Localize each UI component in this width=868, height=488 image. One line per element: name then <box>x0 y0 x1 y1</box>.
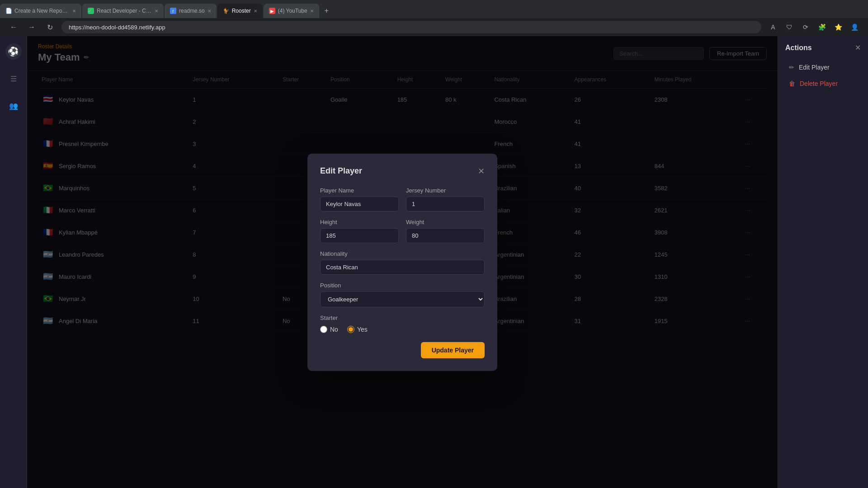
update-player-button[interactable]: Update Player <box>421 342 485 358</box>
tab-rooster[interactable]: 🐓 Rooster ✕ <box>217 4 263 18</box>
actions-header: Actions ✕ <box>785 43 861 52</box>
edit-action-icon: ✏ <box>789 64 794 71</box>
weight-input[interactable] <box>406 228 485 243</box>
player-name-label: Player Name <box>320 187 399 194</box>
position-label: Position <box>320 282 485 289</box>
modal-title: Edit Player <box>320 166 362 176</box>
actions-panel: Actions ✕ ✏ Edit Player 🗑 Delete Player <box>778 36 868 488</box>
browser-chrome: 📄 Create a New Repository ✕ ✓ React Deve… <box>0 0 868 36</box>
tab-close[interactable]: ✕ <box>254 9 257 14</box>
tab-favicon: 📄 <box>5 8 12 14</box>
weight-group: Weight <box>406 219 485 243</box>
extensions-button[interactable]: 🧩 <box>816 21 828 33</box>
player-name-input[interactable] <box>320 197 399 211</box>
jersey-number-input[interactable] <box>406 197 485 211</box>
height-label: Height <box>320 219 399 225</box>
tab-close[interactable]: ✕ <box>310 9 314 14</box>
edit-player-modal: Edit Player ✕ Player Name Jersey Number <box>307 154 497 371</box>
starter-no-option[interactable]: No <box>320 326 338 333</box>
tab-bar: 📄 Create a New Repository ✕ ✓ React Deve… <box>0 0 868 18</box>
weight-label: Weight <box>406 219 485 225</box>
delete-player-label: Delete Player <box>800 80 838 87</box>
tab-title: (4) YouTube <box>278 8 307 14</box>
player-name-group: Player Name <box>320 187 399 211</box>
back-button[interactable]: ← <box>7 21 20 33</box>
team-icon[interactable]: 👥 <box>5 98 22 114</box>
tab-create-repo[interactable]: 📄 Create a New Repository ✕ <box>0 4 81 18</box>
starter-yes-option[interactable]: Yes <box>347 326 368 333</box>
reload-button[interactable]: ↻ <box>43 21 56 33</box>
browser-actions: A 🛡 ⟳ 🧩 ⭐ 👤 <box>767 21 861 33</box>
starter-yes-radio[interactable] <box>347 326 354 333</box>
starter-no-label: No <box>330 326 338 333</box>
modal-header: Edit Player ✕ <box>320 166 485 176</box>
actions-close-button[interactable]: ✕ <box>855 43 861 52</box>
tab-youtube[interactable]: ▶ (4) YouTube ✕ <box>264 4 319 18</box>
tab-readme[interactable]: r readme.so ✕ <box>165 4 217 18</box>
tab-title: Create a New Repository <box>14 8 70 14</box>
app-logo: ⚽ <box>5 43 22 60</box>
form-row-name-jersey: Player Name Jersey Number <box>320 187 485 211</box>
nationality-label: Nationality <box>320 250 485 257</box>
profile-button[interactable]: 👤 <box>848 21 861 33</box>
menu-icon[interactable]: ☰ <box>5 70 22 87</box>
modal-overlay: Edit Player ✕ Player Name Jersey Number <box>27 36 778 488</box>
edit-player-action[interactable]: ✏ Edit Player <box>785 59 861 75</box>
main-content: Roster Details My Team ✏ Re-Import Team … <box>27 36 778 488</box>
position-select[interactable]: Goalkeeper Defender Midfielder Forward <box>320 291 485 307</box>
tab-react[interactable]: ✓ React Developer - Code Challen... ✕ <box>82 4 164 18</box>
tab-title: Rooster <box>232 8 251 14</box>
position-group: Position Goalkeeper Defender Midfielder … <box>320 282 485 307</box>
forward-button[interactable]: → <box>25 21 38 33</box>
height-input[interactable] <box>320 228 399 243</box>
starter-yes-label: Yes <box>357 326 368 333</box>
delete-player-action[interactable]: 🗑 Delete Player <box>785 75 861 92</box>
tab-favicon: ▶ <box>269 8 275 14</box>
sidebar: ⚽ ☰ 👥 <box>0 36 27 488</box>
tab-close[interactable]: ✕ <box>72 9 76 14</box>
actions-title: Actions <box>785 44 812 52</box>
translate-button[interactable]: A <box>767 21 779 33</box>
tab-close[interactable]: ✕ <box>155 9 158 14</box>
app-layout: ⚽ ☰ 👥 Roster Details My Team ✏ Re-Import… <box>0 36 868 488</box>
refresh-button[interactable]: ⟳ <box>799 21 812 33</box>
jersey-number-label: Jersey Number <box>406 187 485 194</box>
tab-close[interactable]: ✕ <box>208 9 211 14</box>
tab-title: React Developer - Code Challen... <box>97 8 152 14</box>
nationality-group: Nationality <box>320 250 485 275</box>
modal-close-button[interactable]: ✕ <box>478 166 485 176</box>
starter-label: Starter <box>320 314 485 321</box>
tab-favicon: 🐓 <box>223 8 229 14</box>
address-bar: ← → ↻ A 🛡 ⟳ 🧩 ⭐ 👤 <box>0 18 868 36</box>
new-tab-button[interactable]: + <box>320 4 333 18</box>
starter-group: Starter No Yes <box>320 314 485 333</box>
edit-player-label: Edit Player <box>799 64 830 71</box>
tab-favicon: r <box>170 8 176 14</box>
shield-button[interactable]: 🛡 <box>783 21 796 33</box>
starter-no-radio[interactable] <box>320 326 327 333</box>
delete-action-icon: 🗑 <box>789 80 795 87</box>
favorites-button[interactable]: ⭐ <box>832 21 844 33</box>
form-row-height-weight: Height Weight <box>320 219 485 243</box>
nationality-input[interactable] <box>320 260 485 275</box>
tab-title: readme.so <box>179 8 205 14</box>
height-group: Height <box>320 219 399 243</box>
modal-footer: Update Player <box>320 342 485 358</box>
starter-radio-group: No Yes <box>320 326 485 333</box>
address-input[interactable] <box>61 21 761 33</box>
jersey-number-group: Jersey Number <box>406 187 485 211</box>
tab-favicon: ✓ <box>88 8 94 14</box>
